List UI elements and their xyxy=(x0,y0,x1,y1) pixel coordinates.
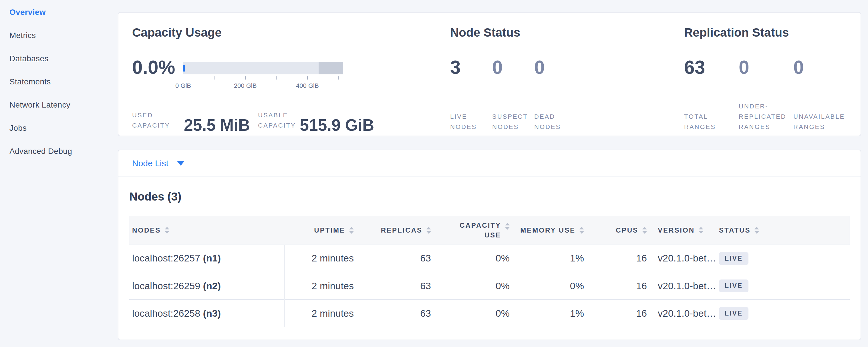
sort-icon xyxy=(754,227,759,234)
node-link[interactable]: localhost:26257 xyxy=(132,253,200,263)
chevron-down-icon xyxy=(177,161,184,166)
version-cell: v20.1.0-bet… xyxy=(649,299,718,327)
column-label: CAPACITY USE xyxy=(455,221,501,240)
column-label: MEMORY USE xyxy=(520,226,576,234)
node-list-card: Node List Nodes (3) NODES UPTIME xyxy=(118,150,861,340)
nodes-count-title: Nodes (3) xyxy=(129,190,850,203)
memory-use-cell: 0% xyxy=(512,272,586,299)
column-label: VERSION xyxy=(658,226,695,234)
dead-nodes-label: DEAD NODES xyxy=(534,112,576,132)
uptime-cell: 2 minutes xyxy=(285,299,356,327)
node-list-view-dropdown[interactable]: Node List xyxy=(132,158,184,168)
status-cell: LIVE xyxy=(718,245,850,272)
capacity-usage-title: Capacity Usage xyxy=(132,12,450,39)
live-nodes-label: LIVE NODES xyxy=(450,112,492,132)
cpus-cell: 16 xyxy=(586,245,649,272)
node-list-view-label: Node List xyxy=(132,158,168,168)
column-header-nodes[interactable]: NODES xyxy=(129,216,285,245)
node-status-section: Node Status 3 0 0 LIVE NODES SUSPECT NOD… xyxy=(450,12,684,135)
nodes-table: NODES UPTIME REPLICAS CAPACITY USE MEMOR xyxy=(129,216,850,327)
view-selector-bar: Node List xyxy=(118,150,861,177)
version-cell: v20.1.0-bet… xyxy=(649,272,718,299)
sort-icon xyxy=(165,227,169,234)
replication-status-section: Replication Status 63 0 0 TOTAL RANGES U… xyxy=(684,12,861,135)
used-capacity-label: USED CAPACITY xyxy=(132,110,184,131)
axis-label: 400 GiB xyxy=(296,82,319,90)
sort-icon xyxy=(580,227,584,234)
table-row: localhost:26257 (n1) 2 minutes 63 0% 1% … xyxy=(129,245,850,272)
node-link[interactable]: localhost:26258 xyxy=(132,308,200,319)
column-header-capacity-use[interactable]: CAPACITY USE xyxy=(433,216,512,245)
unavailable-ranges-label: UNAVAILABLE RANGES xyxy=(793,112,844,132)
capacity-use-cell: 0% xyxy=(433,299,512,327)
table-row: localhost:26259 (n2) 2 minutes 63 0% 0% … xyxy=(129,272,850,299)
sidebar-item-jobs[interactable]: Jobs xyxy=(0,117,118,139)
status-badge: LIVE xyxy=(719,252,748,265)
uptime-cell: 2 minutes xyxy=(285,245,356,272)
replication-status-title: Replication Status xyxy=(684,12,861,39)
capacity-usage-section: Capacity Usage 0.0% 0 GiB 200 Gi xyxy=(132,12,450,135)
cpus-cell: 16 xyxy=(586,299,649,327)
sort-icon xyxy=(699,227,703,234)
sidebar-item-statements[interactable]: Statements xyxy=(0,70,118,93)
live-nodes-count: 3 xyxy=(450,57,461,78)
total-ranges-count: 63 xyxy=(684,57,705,78)
node-name-cell: localhost:26259 (n2) xyxy=(129,272,285,299)
axis-label: 0 GiB xyxy=(175,82,191,90)
capacity-bar-used-segment xyxy=(183,65,185,71)
replicas-cell: 63 xyxy=(356,272,433,299)
node-id: (n3) xyxy=(203,308,221,319)
under-replicated-ranges-count: 0 xyxy=(739,57,749,78)
sidebar-item-advanced-debug[interactable]: Advanced Debug xyxy=(0,139,118,163)
capacity-use-cell: 0% xyxy=(433,245,512,272)
replicas-cell: 63 xyxy=(356,299,433,327)
usable-capacity-value: 515.9 GiB xyxy=(300,118,374,132)
main-content: Capacity Usage 0.0% 0 GiB 200 Gi xyxy=(118,12,861,340)
column-header-replicas[interactable]: REPLICAS xyxy=(356,216,433,245)
column-header-status[interactable]: STATUS xyxy=(718,216,850,245)
capacity-bar-track xyxy=(183,62,343,74)
column-label: REPLICAS xyxy=(381,226,423,234)
under-replicated-ranges-label: UNDER-REPLICATED RANGES xyxy=(739,101,789,132)
sort-icon xyxy=(427,227,431,234)
capacity-bar-chart: 0 GiB 200 GiB 400 GiB xyxy=(183,58,343,90)
sidebar-item-overview[interactable]: Overview xyxy=(0,1,118,24)
usable-capacity-label: USABLE CAPACITY xyxy=(258,110,300,131)
node-name-cell: localhost:26257 (n1) xyxy=(129,245,285,272)
node-link[interactable]: localhost:26259 xyxy=(132,280,200,291)
dead-nodes-count: 0 xyxy=(534,57,545,78)
status-badge: LIVE xyxy=(719,280,748,292)
unavailable-ranges-count: 0 xyxy=(793,57,804,78)
memory-use-cell: 1% xyxy=(512,299,586,327)
sort-icon xyxy=(349,227,354,234)
replicas-cell: 63 xyxy=(356,245,433,272)
uptime-cell: 2 minutes xyxy=(285,272,356,299)
sort-icon xyxy=(505,223,509,230)
sidebar-item-metrics[interactable]: Metrics xyxy=(0,24,118,47)
suspect-nodes-label: SUSPECT NODES xyxy=(492,112,534,132)
capacity-axis-ticks xyxy=(183,76,338,80)
total-ranges-label: TOTAL RANGES xyxy=(684,112,735,132)
sidebar: Overview Metrics Databases Statements Ne… xyxy=(0,0,118,163)
sidebar-item-network-latency[interactable]: Network Latency xyxy=(0,93,118,117)
column-header-uptime[interactable]: UPTIME xyxy=(285,216,356,245)
memory-use-cell: 1% xyxy=(512,245,586,272)
status-cell: LIVE xyxy=(718,272,850,299)
column-label: NODES xyxy=(132,226,161,234)
column-label: UPTIME xyxy=(314,226,345,234)
column-label: CPUS xyxy=(616,226,638,234)
capacity-axis-labels: 0 GiB 200 GiB 400 GiB xyxy=(183,82,338,90)
table-row: localhost:26258 (n3) 2 minutes 63 0% 1% … xyxy=(129,299,850,327)
column-header-cpus[interactable]: CPUS xyxy=(586,216,649,245)
used-capacity-value: 25.5 MiB xyxy=(184,118,250,132)
status-badge: LIVE xyxy=(719,307,748,320)
capacity-used-percent: 0.0% xyxy=(132,58,175,90)
capacity-use-cell: 0% xyxy=(433,272,512,299)
node-id: (n1) xyxy=(203,253,221,263)
column-header-memory-use[interactable]: MEMORY USE xyxy=(512,216,586,245)
status-cell: LIVE xyxy=(718,299,850,327)
cluster-summary-card: Capacity Usage 0.0% 0 GiB 200 Gi xyxy=(118,12,861,136)
axis-label: 200 GiB xyxy=(234,82,257,90)
column-header-version[interactable]: VERSION xyxy=(649,216,718,245)
sidebar-item-databases[interactable]: Databases xyxy=(0,47,118,70)
